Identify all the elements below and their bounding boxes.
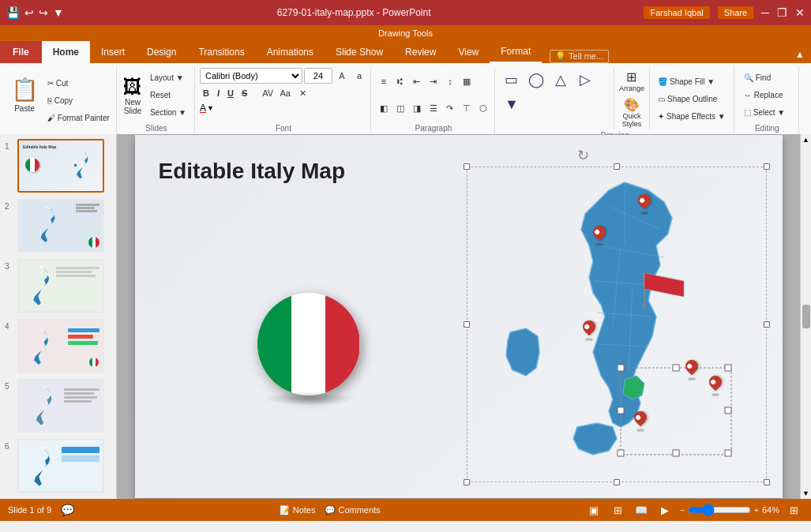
italy-map-group[interactable] <box>467 167 767 482</box>
restore-button[interactable]: ❐ <box>777 6 787 19</box>
tab-design[interactable]: Design <box>136 41 187 63</box>
section-button[interactable]: Section ▼ <box>147 105 190 121</box>
align-text-button[interactable]: ⊤ <box>459 101 475 117</box>
format-painter-button[interactable]: 🖌 Format Painter <box>44 110 113 126</box>
character-spacing-button[interactable]: AV <box>260 85 276 101</box>
zoom-slider[interactable] <box>688 504 751 516</box>
fit-slide-button[interactable]: ⊞ <box>786 501 803 519</box>
font-color-button[interactable]: A ▼ <box>200 103 214 114</box>
sel-handle-br[interactable] <box>764 479 770 485</box>
slide-thumb-4[interactable]: 4 <box>3 317 113 374</box>
layout-button[interactable]: Layout ▼ <box>147 70 190 86</box>
tab-home[interactable]: Home <box>42 41 90 63</box>
shadow-button[interactable] <box>252 85 258 101</box>
tab-review[interactable]: Review <box>394 41 447 63</box>
slide-thumb-7[interactable]: 7 <box>3 497 113 499</box>
slide-thumb-6[interactable]: 6 <box>3 437 113 494</box>
tab-transitions[interactable]: Transitions <box>187 41 255 63</box>
line-spacing-button[interactable]: ↕ <box>442 73 458 89</box>
sel-handle-bl[interactable] <box>464 479 470 485</box>
clear-formatting-button[interactable]: ✕ <box>295 85 310 101</box>
italic-button[interactable]: I <box>214 85 223 101</box>
zoom-out-button[interactable]: − <box>680 506 685 515</box>
tab-format[interactable]: Format <box>490 41 542 63</box>
font-family-select[interactable]: Calibri (Body) <box>200 68 302 84</box>
ribbon-collapse-button[interactable]: ▲ <box>789 46 811 63</box>
scroll-up-button[interactable]: ▲ <box>801 134 812 145</box>
sel-handle-mr[interactable] <box>764 321 770 328</box>
align-right-button[interactable]: ◨ <box>409 101 425 117</box>
tab-file[interactable]: File <box>0 41 42 63</box>
user-name[interactable]: Farshad Iqbal <box>644 6 709 19</box>
scroll-thumb[interactable] <box>802 305 810 328</box>
canvas-area[interactable]: ↻ Editable Italy Map <box>117 134 800 499</box>
arrange-button[interactable]: ⊞ Arrange <box>618 68 646 94</box>
slide-thumb-5[interactable]: 5 <box>3 377 113 434</box>
increase-indent-button[interactable]: ⇥ <box>426 73 441 89</box>
copy-button[interactable]: ⎘ Copy <box>44 92 113 108</box>
normal-view-button[interactable]: ▣ <box>585 501 603 519</box>
undo-icon[interactable]: ↩ <box>24 6 34 19</box>
slide-thumb-3[interactable]: 3 <box>3 257 113 314</box>
text-direction-button[interactable]: ↷ <box>442 101 458 117</box>
numbered-list-button[interactable]: ⑆ <box>392 73 408 89</box>
shape-item-4[interactable]: ▷ <box>573 68 597 92</box>
align-center-button[interactable]: ◫ <box>392 101 408 117</box>
paste-button[interactable]: 📋 Paste <box>6 68 43 122</box>
rotate-handle[interactable]: ↻ <box>577 147 589 164</box>
minimize-button[interactable]: ─ <box>761 6 769 19</box>
svg-rect-17 <box>673 450 679 456</box>
redo-icon[interactable]: ↪ <box>39 6 48 19</box>
new-slide-button[interactable]: 🖼 New Slide <box>123 76 142 115</box>
customize-quick-access-icon[interactable]: ▼ <box>53 6 64 19</box>
close-button[interactable]: ✕ <box>795 6 805 19</box>
increase-font-size-button[interactable]: A <box>334 68 350 84</box>
change-case-button[interactable]: Aa <box>277 85 293 101</box>
shape-item-1[interactable]: ▭ <box>500 68 524 92</box>
cut-button[interactable]: ✂ Cut <box>44 75 113 91</box>
reset-button[interactable]: Reset <box>147 88 190 103</box>
share-button[interactable]: Share <box>718 6 753 19</box>
decrease-indent-button[interactable]: ⇤ <box>409 73 425 89</box>
slideshow-button[interactable]: ▶ <box>656 501 674 519</box>
vertical-scrollbar[interactable]: ▲ ▼ <box>800 134 811 499</box>
notes-button[interactable]: 📝 Notes <box>280 505 316 515</box>
tab-view[interactable]: View <box>447 41 490 63</box>
slide-thumb-1[interactable]: 1 Editable Italy Map <box>3 137 113 194</box>
zoom-in-button[interactable]: + <box>754 506 759 515</box>
tab-slideshow[interactable]: Slide Show <box>325 41 394 63</box>
tab-animations[interactable]: Animations <box>256 41 325 63</box>
tab-insert[interactable]: Insert <box>90 41 136 63</box>
find-button[interactable]: 🔍 Find <box>739 70 790 86</box>
shape-fill-button[interactable]: 🪣 Shape Fill ▼ <box>653 73 730 89</box>
justify-button[interactable]: ☰ <box>426 101 441 117</box>
smartart-button[interactable]: ⬡ <box>475 101 491 117</box>
font-size-input[interactable] <box>304 68 332 84</box>
sel-handle-bm[interactable] <box>614 479 620 485</box>
shape-item-3[interactable]: △ <box>549 68 573 92</box>
bullets-button[interactable]: ≡ <box>376 73 392 89</box>
align-left-button[interactable]: ◧ <box>376 101 392 117</box>
columns-button[interactable]: ▦ <box>459 73 475 89</box>
save-icon[interactable]: 💾 <box>6 6 20 19</box>
reading-view-button[interactable]: 📖 <box>633 501 650 519</box>
shapes-more-button[interactable]: ▼ <box>500 92 524 116</box>
decrease-font-size-button[interactable]: a <box>351 68 367 84</box>
strikethrough-button[interactable]: S <box>238 85 250 101</box>
title-bar: 💾 ↩ ↪ ▼ 6279-01-italy-map.pptx - PowerPo… <box>0 0 811 25</box>
slide-sorter-button[interactable]: ⊞ <box>609 501 626 519</box>
bold-button[interactable]: B <box>200 85 212 101</box>
quick-styles-button[interactable]: 🎨 Quick Styles <box>621 96 644 129</box>
scroll-down-button[interactable]: ▼ <box>801 488 812 499</box>
replace-button[interactable]: ↔ Replace <box>739 88 790 103</box>
shape-item-2[interactable]: ◯ <box>524 68 548 92</box>
slide-status-icon[interactable]: 💬 <box>61 504 74 516</box>
tell-me-input[interactable]: 💡 Tell me... <box>550 50 609 63</box>
select-button[interactable]: ⬚ Select ▼ <box>739 105 790 121</box>
underline-button[interactable]: U <box>224 85 237 101</box>
shape-outline-button[interactable]: ▭ Shape Outline <box>653 91 730 107</box>
slide-thumb-2[interactable]: 2 <box>3 197 113 254</box>
shape-effects-button[interactable]: ✦ Shape Effects ▼ <box>653 108 730 124</box>
comments-button[interactable]: 💬 Comments <box>325 505 380 515</box>
sel-handle-tr[interactable] <box>764 163 770 170</box>
